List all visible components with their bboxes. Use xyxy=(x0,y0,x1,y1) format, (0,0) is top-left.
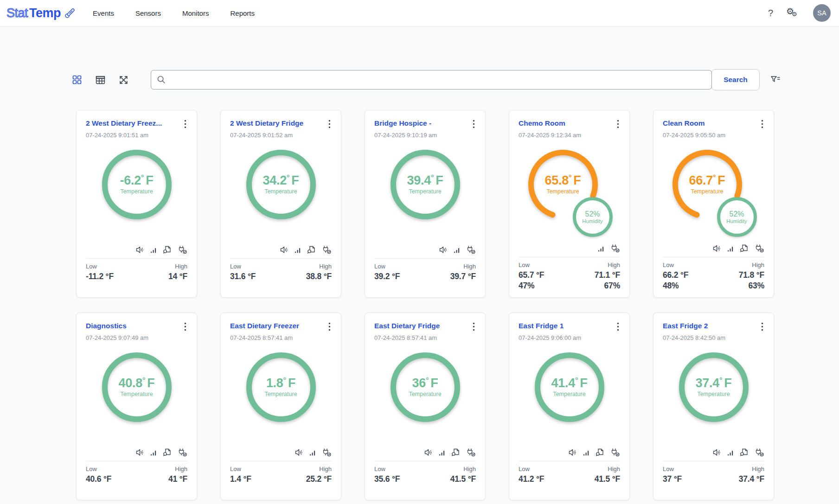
low-value: 66.2 °F xyxy=(663,270,688,280)
gauge-area: 1.8°F Temperature xyxy=(230,352,332,444)
low-value: 41.2 °F xyxy=(519,474,544,484)
volume-icon xyxy=(295,448,304,457)
kebab-menu-icon[interactable] xyxy=(325,119,332,130)
gauge-area: -6.2°F Temperature xyxy=(86,150,187,242)
card-title-link[interactable]: Diagnostics xyxy=(86,321,127,330)
expand-view-icon[interactable] xyxy=(119,75,128,85)
signal-icon xyxy=(583,448,589,457)
kebab-menu-icon[interactable] xyxy=(325,321,332,332)
card-title-link[interactable]: Chemo Room xyxy=(519,119,565,128)
plug-icon xyxy=(466,448,476,457)
nav-item-reports[interactable]: Reports xyxy=(230,9,255,17)
low-high-section: Low 40.6 °F High 41 °F xyxy=(86,466,187,484)
high-value: 25.2 °F xyxy=(306,474,332,484)
temperature-value: 41.4 xyxy=(551,376,575,390)
kebab-menu-icon[interactable] xyxy=(180,321,187,332)
temperature-value: 65.8 xyxy=(545,173,569,187)
card-title-link[interactable]: East Fridge 2 xyxy=(663,321,708,330)
temperature-unit: F xyxy=(146,173,153,187)
low-label: Low xyxy=(86,466,111,472)
temperature-value: 40.8 xyxy=(119,376,142,390)
temperature-unit: F xyxy=(430,376,438,390)
filter-icon[interactable] xyxy=(770,74,781,85)
gauge-label: Temperature xyxy=(697,391,730,397)
nav-item-events[interactable]: Events xyxy=(93,9,114,17)
temperature-gauge: 39.4°F Temperature xyxy=(391,150,460,219)
volume-icon xyxy=(568,448,577,457)
kebab-menu-icon[interactable] xyxy=(613,119,620,130)
high-value: 71.8 °F xyxy=(739,270,764,280)
status-icons-row xyxy=(230,245,332,259)
high-value: 38.8 °F xyxy=(306,272,332,281)
sensor-card: East Dietary Freezer 07-24-2025 8:57:41 … xyxy=(220,313,341,500)
temperature-gauge: 1.8°F Temperature xyxy=(246,352,316,422)
kebab-menu-icon[interactable] xyxy=(613,321,620,332)
status-icons-row xyxy=(86,448,187,461)
humidity-value: 52% xyxy=(585,210,600,218)
kebab-menu-icon[interactable] xyxy=(180,119,187,130)
probe-icon xyxy=(595,448,604,457)
temperature-value: -6.2 xyxy=(120,173,141,187)
degree-symbol: ° xyxy=(426,376,429,385)
low-label: Low xyxy=(663,466,682,472)
card-title-link[interactable]: 2 West Dietary Freez... xyxy=(86,119,162,128)
settings-gears-icon[interactable]: ⚙ ⚙ xyxy=(786,6,800,20)
card-title-link[interactable]: Bridge Hospice - xyxy=(374,119,431,128)
temperature-gauge: 66.7°F Temperature 52% Humidity xyxy=(672,150,742,219)
card-timestamp: 07-24-2025 9:01:52 am xyxy=(230,132,332,139)
gauge-area: 41.4°F Temperature xyxy=(519,352,620,444)
gauge-label: Temperature xyxy=(553,391,585,397)
plug-icon xyxy=(610,244,620,253)
avatar[interactable]: SA xyxy=(813,4,831,22)
high-value: 71.1 °F xyxy=(595,270,620,280)
kebab-menu-icon[interactable] xyxy=(469,321,476,332)
kebab-menu-icon[interactable] xyxy=(757,119,764,130)
low-value: 35.6 °F xyxy=(374,474,400,484)
temperature-unit: F xyxy=(288,376,295,390)
low-high-section: Low 65.7 °F 47% High 71.1 °F 67% xyxy=(519,262,620,291)
logo-text-stat: Stat xyxy=(6,6,28,20)
thermometer-icon xyxy=(64,7,76,19)
help-icon[interactable]: ? xyxy=(768,8,773,19)
low-label: Low xyxy=(230,466,251,472)
app-logo[interactable]: StatTemp xyxy=(6,6,76,20)
nav-item-sensors[interactable]: Sensors xyxy=(135,9,161,17)
card-title-link[interactable]: Clean Room xyxy=(663,119,705,128)
temperature-unit: F xyxy=(580,376,587,390)
degree-symbol: ° xyxy=(575,376,578,385)
search-input[interactable] xyxy=(151,70,712,89)
temperature-value: 39.4 xyxy=(407,173,431,187)
card-title-link[interactable]: East Dietary Freezer xyxy=(230,321,299,330)
sensor-card: Clean Room 07-24-2025 9:05:50 am 66.7°F … xyxy=(653,110,774,298)
temperature-value: 66.7 xyxy=(689,173,713,187)
gauge-area: 40.8°F Temperature xyxy=(86,352,187,444)
signal-icon xyxy=(727,244,734,253)
gauge-area: 65.8°F Temperature 52% Humidity xyxy=(519,150,620,240)
low-value: 39.2 °F xyxy=(374,272,400,281)
humidity-label: Humidity xyxy=(582,218,603,224)
high-label: High xyxy=(595,466,620,472)
degree-symbol: ° xyxy=(283,376,286,385)
card-title-link[interactable]: East Dietary Fridge xyxy=(374,321,440,330)
grid-view-icon[interactable] xyxy=(72,75,82,85)
card-title-link[interactable]: 2 West Dietary Fridge xyxy=(230,119,303,128)
signal-icon xyxy=(454,246,460,254)
high-label: High xyxy=(739,262,764,268)
kebab-menu-icon[interactable] xyxy=(757,321,764,332)
card-grid: 2 West Dietary Freez... 07-24-2025 9:01:… xyxy=(76,110,775,500)
sensor-card: Bridge Hospice - 07-24-2025 9:10:19 am 3… xyxy=(365,110,486,298)
gauge-area: 37.4°F Temperature xyxy=(663,352,764,444)
kebab-menu-icon[interactable] xyxy=(469,119,476,130)
status-icons-row xyxy=(374,245,476,259)
plug-icon xyxy=(754,448,764,457)
sensor-card: East Dietary Fridge 07-24-2025 8:57:41 a… xyxy=(365,313,486,500)
card-title-link[interactable]: East Fridge 1 xyxy=(519,321,564,330)
probe-icon xyxy=(739,448,749,457)
high-value: 14 °F xyxy=(168,272,187,281)
search-button[interactable]: Search xyxy=(711,69,760,90)
low-value: 1.4 °F xyxy=(230,474,251,484)
table-view-icon[interactable] xyxy=(95,75,106,85)
search-icon xyxy=(156,75,166,84)
temperature-gauge: 34.2°F Temperature xyxy=(246,150,316,219)
nav-item-monitors[interactable]: Monitors xyxy=(182,9,209,17)
